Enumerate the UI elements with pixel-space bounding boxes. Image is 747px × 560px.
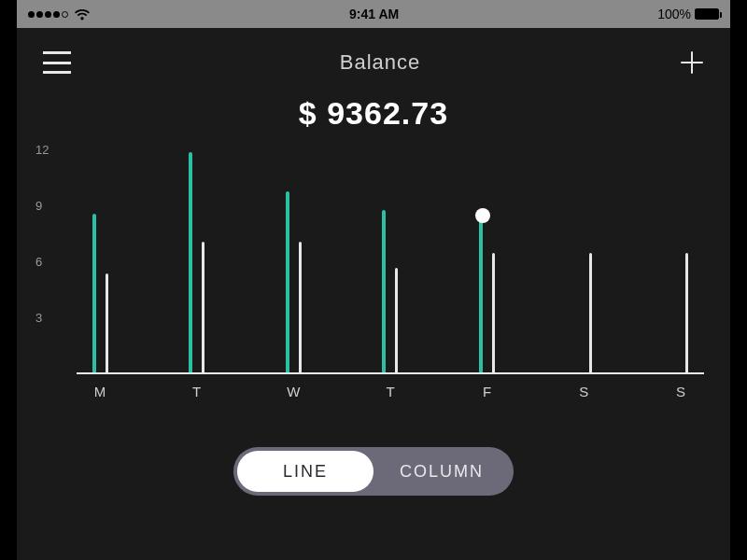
chart-day-group[interactable] [367, 150, 414, 372]
bar-secondary [106, 273, 108, 372]
chart-day-group[interactable] [270, 150, 317, 372]
screen: 9:41 AM 100% Balance [17, 0, 730, 560]
chart-plot [77, 150, 704, 374]
chart-day-group[interactable] [464, 150, 511, 372]
bar-primary [382, 210, 386, 372]
balance-chart: 12963 MTWTFSS [17, 150, 730, 421]
bar-secondary [685, 253, 688, 372]
x-tick: T [174, 384, 220, 399]
chart-day-group[interactable] [560, 150, 607, 372]
x-tick: S [560, 384, 607, 399]
signal-dots-icon [28, 11, 68, 18]
plus-icon [680, 50, 704, 75]
status-bar-left [28, 8, 91, 21]
chart-highlight-marker-icon [475, 208, 490, 223]
status-bar-time: 9:41 AM [349, 7, 399, 21]
bar-secondary [202, 242, 204, 372]
x-tick: W [270, 384, 317, 399]
x-tick: F [464, 384, 511, 399]
chart-day-group[interactable] [174, 150, 220, 372]
x-tick: M [77, 384, 123, 399]
bar-primary [286, 191, 289, 372]
hamburger-icon [43, 51, 71, 74]
bar-secondary [492, 253, 495, 372]
bar-secondary [395, 268, 398, 372]
page-title: Balance [340, 50, 421, 75]
toggle-line[interactable]: LINE [237, 451, 374, 492]
x-axis-labels: MTWTFSS [77, 374, 704, 399]
wifi-icon [74, 8, 91, 21]
bar-primary [189, 152, 192, 372]
status-bar-right: 100% [657, 7, 719, 21]
bar-secondary [589, 253, 592, 372]
menu-button[interactable] [43, 51, 80, 74]
bar-primary [92, 214, 96, 372]
status-bar: 9:41 AM 100% [17, 0, 730, 28]
battery-icon [695, 8, 719, 20]
chart-type-toggle[interactable]: LINE COLUMN [233, 447, 514, 496]
x-tick: T [367, 384, 414, 399]
bar-primary [479, 216, 483, 372]
device-frame: 9:41 AM 100% Balance [0, 0, 747, 560]
battery-percent: 100% [657, 7, 691, 21]
x-tick: S [657, 384, 704, 399]
chart-day-group[interactable] [657, 150, 704, 372]
balance-amount: $ 9362.73 [17, 84, 730, 150]
toggle-column[interactable]: COLUMN [374, 451, 510, 492]
chart-day-group[interactable] [77, 150, 123, 372]
add-button[interactable] [680, 50, 704, 75]
bar-secondary [299, 242, 302, 372]
app-header: Balance [17, 28, 730, 84]
